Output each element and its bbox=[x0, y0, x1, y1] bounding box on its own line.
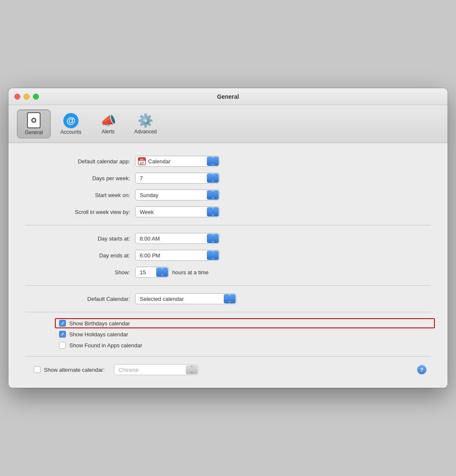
advanced-icon: ⚙️ bbox=[138, 113, 153, 128]
show-hours-suffix: hours at a time bbox=[172, 269, 209, 276]
day-ends-at-label: Day ends at: bbox=[25, 252, 135, 259]
scroll-week-select-wrapper: Week Day bbox=[135, 206, 220, 217]
divider-2 bbox=[25, 285, 431, 286]
scroll-week-view-label: Scroll in week view by: bbox=[25, 209, 135, 215]
toolbar-item-general[interactable]: General bbox=[17, 109, 51, 138]
show-hours-control: hours at a time bbox=[135, 267, 209, 278]
titlebar-buttons bbox=[14, 94, 39, 100]
day-starts-at-label: Day starts at: bbox=[25, 235, 135, 242]
accounts-label: Accounts bbox=[60, 129, 81, 135]
show-birthdays-checkbox[interactable]: ✓ bbox=[59, 320, 66, 327]
show-birthdays-row: ✓ Show Birthdays calendar bbox=[25, 320, 431, 327]
checkmark-icon-holidays: ✓ bbox=[61, 332, 65, 337]
alternate-calendar-row: Show alternate calendar: Chinese Hebrew … bbox=[25, 364, 431, 375]
checkbox-section: ✓ Show Birthdays calendar ✓ Show Holiday… bbox=[25, 320, 431, 349]
titlebar: General bbox=[8, 88, 448, 105]
alt-calendar-select[interactable]: Chinese Hebrew Islamic bbox=[114, 364, 198, 375]
show-holidays-row: ✓ Show Holidays calendar bbox=[25, 331, 431, 338]
show-hours-label: Show: bbox=[25, 269, 135, 276]
content-area: Default calendar app: JUL 17 Calendar Da… bbox=[8, 143, 448, 388]
checkmark-icon: ✓ bbox=[61, 321, 65, 326]
day-ends-at-control: 6:00 PM 5:00 PM 8:00 PM bbox=[135, 250, 220, 261]
toolbar-item-advanced[interactable]: ⚙️ Advanced bbox=[128, 111, 163, 137]
toolbar-item-accounts[interactable]: @ Accounts bbox=[54, 111, 88, 138]
show-birthdays-label: Show Birthdays calendar bbox=[69, 320, 130, 327]
toolbar-item-alerts[interactable]: 📣 Alerts bbox=[91, 111, 125, 137]
default-calendar-select-wrapper: Selected calendar Home Work bbox=[135, 293, 236, 304]
scroll-week-select[interactable]: Week Day bbox=[135, 206, 220, 217]
day-starts-at-control: 8:00 AM 7:00 AM 6:00 AM bbox=[135, 233, 220, 244]
toolbar: General @ Accounts 📣 Alerts ⚙️ Advanced bbox=[8, 105, 448, 143]
show-found-in-apps-label: Show Found in Apps calendar bbox=[69, 342, 142, 349]
close-button[interactable] bbox=[14, 94, 20, 100]
default-calendar-label: Default Calendar: bbox=[25, 296, 135, 302]
days-per-week-select[interactable]: 7 5 bbox=[135, 173, 220, 184]
maximize-button[interactable] bbox=[33, 94, 39, 100]
show-found-in-apps-checkbox[interactable] bbox=[59, 342, 66, 349]
default-calendar-control: Selected calendar Home Work bbox=[135, 293, 236, 304]
default-calendar-select[interactable]: Selected calendar Home Work bbox=[135, 293, 236, 304]
days-per-week-label: Days per week: bbox=[25, 175, 135, 181]
days-per-week-row: Days per week: 7 5 bbox=[25, 173, 431, 184]
days-per-week-select-wrapper: 7 5 bbox=[135, 173, 220, 184]
default-calendar-app-control: JUL 17 Calendar bbox=[135, 156, 220, 167]
advanced-label: Advanced bbox=[134, 129, 157, 135]
show-holidays-label: Show Holidays calendar bbox=[69, 331, 128, 338]
general-icon bbox=[27, 112, 41, 128]
alerts-label: Alerts bbox=[102, 129, 115, 135]
main-window: General General @ Accounts 📣 Alerts ⚙️ A… bbox=[8, 88, 448, 388]
divider-4 bbox=[25, 356, 431, 357]
show-holidays-checkbox[interactable]: ✓ bbox=[59, 331, 66, 338]
day-ends-at-row: Day ends at: 6:00 PM 5:00 PM 8:00 PM bbox=[25, 250, 431, 261]
show-alt-calendar-label: Show alternate calendar: bbox=[41, 367, 110, 373]
start-week-on-control: Sunday Monday Saturday bbox=[135, 189, 220, 200]
days-per-week-control: 7 5 bbox=[135, 173, 220, 184]
divider-3 bbox=[25, 312, 431, 312]
window-title: General bbox=[217, 93, 239, 100]
day-starts-select[interactable]: 8:00 AM 7:00 AM 6:00 AM bbox=[135, 233, 220, 244]
show-alt-calendar-checkbox[interactable] bbox=[34, 366, 41, 373]
default-calendar-row: Default Calendar: Selected calendar Home… bbox=[25, 293, 431, 304]
alt-calendar-select-wrapper: Chinese Hebrew Islamic bbox=[114, 364, 198, 375]
scroll-week-view-control: Week Day bbox=[135, 206, 220, 217]
default-calendar-app-select-wrapper: JUL 17 Calendar bbox=[135, 156, 220, 167]
show-found-in-apps-row: Show Found in Apps calendar bbox=[25, 342, 431, 349]
start-week-select-wrapper: Sunday Monday Saturday bbox=[135, 189, 220, 200]
show-hours-stepper-wrapper bbox=[135, 267, 169, 278]
day-starts-at-row: Day starts at: 8:00 AM 7:00 AM 6:00 AM bbox=[25, 233, 431, 244]
scroll-week-view-row: Scroll in week view by: Week Day bbox=[25, 206, 431, 217]
default-calendar-app-label: Default calendar app: bbox=[25, 158, 135, 165]
general-label: General bbox=[25, 130, 43, 135]
divider-1 bbox=[25, 225, 431, 225]
accounts-icon: @ bbox=[63, 113, 79, 128]
calendar-mini-icon: JUL 17 bbox=[138, 157, 146, 165]
start-week-on-row: Start week on: Sunday Monday Saturday bbox=[25, 189, 431, 200]
default-calendar-app-select[interactable]: JUL 17 Calendar bbox=[135, 156, 220, 167]
alerts-icon: 📣 bbox=[100, 113, 116, 128]
show-hours-row: Show: hours at a time bbox=[25, 267, 431, 278]
start-week-select[interactable]: Sunday Monday Saturday bbox=[135, 189, 220, 200]
default-calendar-app-value: Calendar bbox=[148, 158, 171, 165]
day-ends-select-wrapper: 6:00 PM 5:00 PM 8:00 PM bbox=[135, 250, 220, 261]
day-starts-select-wrapper: 8:00 AM 7:00 AM 6:00 AM bbox=[135, 233, 220, 244]
minimize-button[interactable] bbox=[24, 94, 30, 100]
start-week-on-label: Start week on: bbox=[25, 192, 135, 198]
default-calendar-app-row: Default calendar app: JUL 17 Calendar bbox=[25, 156, 431, 167]
day-ends-select[interactable]: 6:00 PM 5:00 PM 8:00 PM bbox=[135, 250, 220, 261]
show-hours-input[interactable] bbox=[135, 267, 169, 278]
help-button[interactable]: ? bbox=[417, 365, 426, 374]
